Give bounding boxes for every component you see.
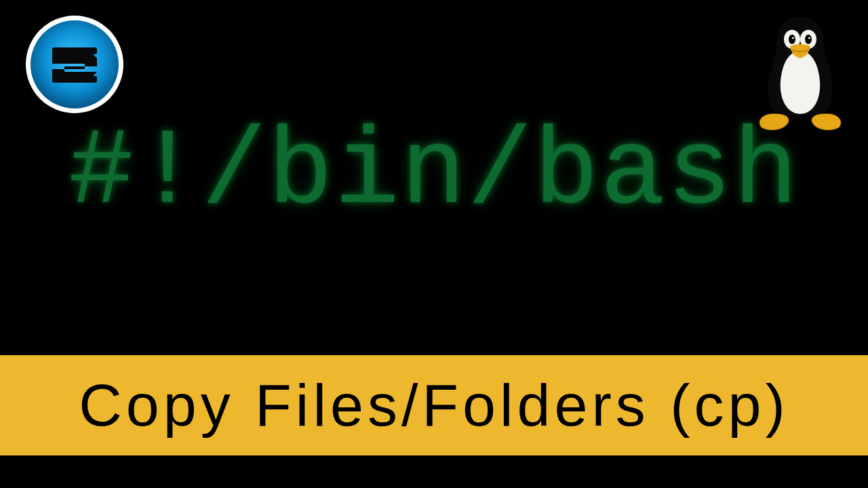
svg-point-7: [789, 35, 795, 44]
svg-point-10: [808, 37, 810, 39]
svg-point-1: [31, 20, 119, 108]
title-bar: Copy Files/Folders (cp): [0, 355, 868, 455]
sonar-logo-icon: [24, 14, 125, 115]
svg-point-9: [792, 37, 794, 39]
title-text: Copy Files/Folders (cp): [79, 371, 789, 440]
svg-rect-3: [52, 76, 97, 83]
svg-rect-2: [52, 47, 97, 54]
shebang-text: #!/bin/bash: [68, 112, 800, 235]
svg-point-8: [805, 35, 812, 44]
